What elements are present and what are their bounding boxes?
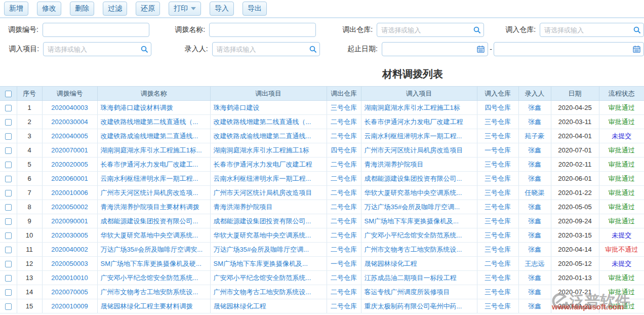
cell-in_project: 晟铭园林绿化工程 [361,257,477,271]
row-checkbox[interactable] [5,162,12,168]
cell-code[interactable]: 2020040005 [42,129,97,143]
row-checkbox[interactable] [5,218,12,225]
search-icon[interactable] [309,46,316,53]
cell-recorder: 王志远 [518,257,551,271]
row-checkbox[interactable] [5,190,12,196]
in-project-input[interactable] [43,42,151,56]
cell-recorder: 张鑫 [518,115,551,129]
select-all-checkbox[interactable] [5,91,12,97]
cell-date: 2020-02-11 [551,158,599,172]
cell-recorder: 张鑫 [518,158,551,172]
title-row: 材料调拨列表 [0,63,644,86]
cell-code[interactable]: 2020030004 [42,115,97,129]
table-row: 142020070005广州市文物考古工地安防系统设...广州市文物考古工地安防… [0,285,644,299]
cell-date: 2020-07-21 [551,285,599,299]
cell-code[interactable]: 2020010006 [42,186,97,200]
cell-code[interactable]: 2020090001 [42,214,97,228]
row-checkbox[interactable] [5,105,12,111]
cell-code[interactable]: 2020050003 [42,257,97,271]
cell-name: 广安邓小平纪念馆安全防范系统... [97,271,210,285]
transfer-no-input[interactable] [43,23,149,37]
cell-code[interactable]: 2020020005 [42,158,97,172]
cell-recorder: 苑子豪 [518,129,551,143]
cell-out_project: 广州市文物考古工地安防系统设... [210,285,327,299]
cell-code[interactable]: 2020070001 [42,143,97,158]
cell-recorder: 张鑫 [518,200,551,214]
row-checkbox[interactable] [5,147,12,154]
filter-panel: 调拨编号: 调拨名称: 调出仓库: 调入仓库: 调入项目: [0,18,644,63]
cell-code[interactable]: 2020030005 [42,228,97,243]
add-button[interactable]: 新增 [4,2,28,16]
filter-button[interactable]: 过滤 [103,2,127,16]
row-checkbox[interactable] [5,303,12,310]
cell-in_warehouse: 三号仓库 [477,158,518,172]
in-project-field [43,42,151,56]
cell-in_project: 长春市伊通河水力发电厂改建工程 [361,115,477,129]
row-checkbox[interactable] [5,232,12,239]
delete-button[interactable]: 删除 [70,2,94,16]
row-checkbox[interactable] [5,119,12,126]
cell-code[interactable]: 2020050002 [42,200,97,214]
in-project-label: 调入项目: [0,45,43,54]
row-checkbox[interactable] [5,247,12,253]
cell-code[interactable]: 2020010010 [42,271,97,285]
import-button[interactable]: 导入 [210,2,234,16]
row-checkbox[interactable] [5,275,12,282]
restore-button[interactable]: 还原 [136,2,160,16]
print-button[interactable]: 打印 [169,2,201,16]
table-row: 82020050002青海洪湖养护院项目主要材料调拨青海洪湖养护院项目二号仓库万… [0,200,644,214]
cell-out_warehouse: 二号仓库 [327,158,361,172]
cell-out_project: 青海洪湖养护院项目 [210,200,327,214]
cell-code[interactable]: 2020040003 [42,101,97,115]
date-start-input[interactable] [382,42,488,56]
cell-check [0,200,17,214]
cell-seq: 4 [17,143,42,158]
out-warehouse-input[interactable] [377,23,484,37]
modify-button[interactable]: 修改 [37,2,61,16]
cell-check [0,243,17,257]
cell-seq: 8 [17,200,42,214]
row-checkbox[interactable] [5,133,12,140]
cell-name: 青海洪湖养护院项目主要材料调拨 [97,200,210,214]
cell-date: 2020-06-01 [551,172,599,186]
cell-name: 珠海鹤港口建设材料调拨 [97,101,210,115]
row-checkbox[interactable] [5,289,12,296]
restore-button-label: 还原 [141,4,155,13]
row-checkbox[interactable] [5,204,12,211]
row-checkbox[interactable] [5,261,12,267]
calendar-icon[interactable] [477,46,485,53]
search-icon[interactable] [141,46,148,53]
in-warehouse-input[interactable] [540,23,644,37]
cell-out_project: 广州市天河区统计局机房改造项目 [210,186,327,200]
cell-name: 晟铭园林绿化工程主要材料调拨 [97,299,210,313]
calendar-icon[interactable] [633,46,640,53]
cell-in_project: 广州市文物考古工地安防系统设... [361,243,477,257]
date-end-input[interactable] [494,42,644,56]
cell-code[interactable]: 2020060001 [42,172,97,186]
cell-seq: 12 [17,257,42,271]
row-checkbox[interactable] [5,176,12,182]
cell-out_project: 长春市伊通河水力发电厂改建工程 [210,158,327,172]
export-button[interactable]: 导出 [243,2,267,16]
cell-in_warehouse: 三号仓库 [477,243,518,257]
cell-date: 2020-07-01 [551,143,599,158]
transfer-name-input[interactable] [209,23,316,37]
cell-code[interactable]: 2020040002 [42,243,97,257]
cell-name: 广州市天河区统计局机房改造项... [97,186,210,200]
cell-in_project: 客运专线广州调度所装修项目 [361,285,477,299]
cell-code[interactable]: 2020070005 [42,285,97,299]
cell-in_warehouse: 四号仓库 [477,101,518,115]
recorder-input[interactable] [212,42,320,56]
cell-out_warehouse: 二号仓库 [327,214,361,228]
cell-code[interactable]: 2020010009 [42,299,97,313]
cell-date: 2020-01-13 [551,271,599,285]
out-warehouse-field [377,23,484,37]
out-warehouse-label: 调出仓库: [329,25,377,34]
cell-in_warehouse: 一号仓库 [477,143,518,158]
cell-in_warehouse: 三号仓库 [477,271,518,285]
cell-in_warehouse: 二号仓库 [477,257,518,271]
cell-name: 改建铁路成渝线增建第二直通线... [97,129,210,143]
search-icon[interactable] [633,26,640,33]
search-icon[interactable] [473,26,480,33]
cell-name: 长春市伊通河水力发电厂改建工... [97,158,210,172]
